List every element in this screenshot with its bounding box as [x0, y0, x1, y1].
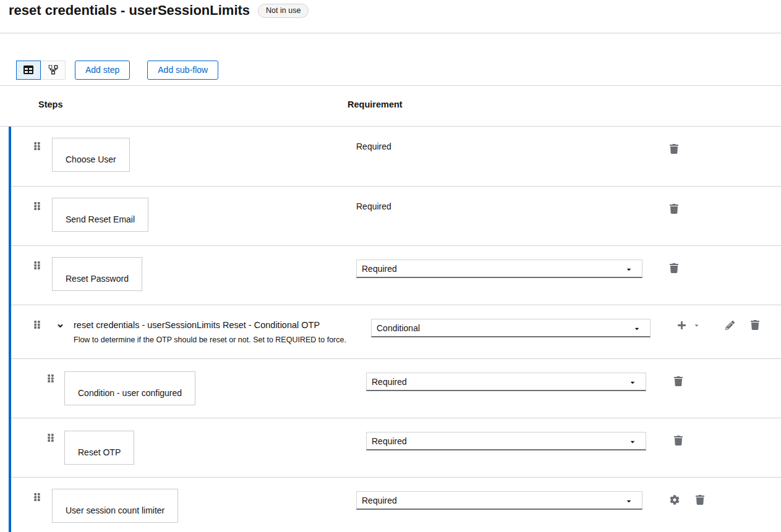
row-actions — [670, 144, 678, 154]
requirement-select[interactable]: Required — [366, 432, 646, 450]
caret-down-icon — [634, 326, 640, 332]
requirement-select[interactable]: Required — [356, 491, 642, 510]
pencil-icon — [725, 323, 735, 332]
requirement-select[interactable]: Conditional — [371, 319, 651, 337]
subflow-title: reset credentials - userSessionLimits Re… — [74, 320, 346, 330]
step-name-box: User session count limiter — [52, 489, 178, 523]
delete-button[interactable] — [674, 436, 683, 445]
step-name: Condition - user configured — [78, 388, 182, 398]
requirement-value: Required — [356, 201, 391, 211]
add-button[interactable] — [677, 321, 686, 330]
requirement-select-value: Required — [362, 496, 397, 505]
delete-button[interactable] — [670, 263, 678, 273]
caret-down-icon — [629, 379, 636, 386]
requirement-select[interactable]: Required — [366, 373, 646, 391]
diagram-icon — [48, 65, 58, 75]
row-actions — [670, 263, 678, 273]
drag-handle[interactable] — [34, 492, 40, 502]
steps-column-header: Steps — [38, 99, 63, 109]
flow-row: Send Reset Email Required — [11, 186, 781, 245]
chevron-down-icon — [56, 323, 64, 332]
delete-button[interactable] — [696, 495, 704, 505]
requirement-select-value: Required — [372, 436, 407, 446]
subflow-text: reset credentials - userSessionLimits Re… — [74, 320, 346, 344]
requirement-column-header: Requirement — [348, 99, 403, 109]
flow-row: Choose User Required — [11, 127, 781, 186]
requirement-select-value: Required — [372, 377, 407, 387]
table-icon — [23, 65, 33, 75]
flow-row: Reset Password Required — [11, 245, 781, 305]
flow-details-page: reset credentials - userSessionLimits No… — [0, 0, 781, 532]
row-actions — [674, 376, 683, 386]
trash-icon — [674, 379, 683, 388]
drag-handle[interactable] — [34, 261, 40, 270]
add-subflow-button[interactable]: Add sub-flow — [147, 61, 218, 80]
collapse-toggle[interactable] — [56, 322, 64, 330]
step-name: Reset Password — [66, 274, 129, 284]
table-view-toggle[interactable] — [16, 61, 41, 80]
drag-handle[interactable] — [48, 433, 54, 442]
trash-icon — [670, 266, 678, 275]
settings-button[interactable] — [670, 495, 680, 505]
not-in-use-badge: Not in use — [258, 4, 309, 18]
row-actions — [677, 320, 759, 330]
flow-row: Condition - user configured Required — [11, 358, 781, 418]
flow-row: User session count limiter Required — [11, 477, 781, 532]
step-name-box: Choose User — [52, 138, 130, 172]
trash-icon — [670, 146, 678, 156]
table-header: Steps Requirement — [0, 86, 781, 126]
flow-table-body: Choose User Required Send Reset Email Re… — [9, 127, 781, 532]
caret-down-icon — [626, 498, 632, 504]
row-actions — [670, 204, 678, 214]
add-step-button[interactable]: Add step — [75, 61, 130, 80]
step-name: Choose User — [66, 154, 116, 164]
gear-icon — [670, 497, 680, 507]
page-header: reset credentials - userSessionLimits No… — [0, 0, 781, 33]
trash-icon — [751, 323, 759, 332]
delete-button[interactable] — [670, 204, 678, 214]
plus-icon — [677, 323, 686, 332]
caret-down-icon — [629, 439, 636, 445]
delete-button[interactable] — [751, 320, 759, 330]
view-toggle-group — [16, 61, 66, 80]
flow-row: reset credentials - userSessionLimits Re… — [11, 305, 781, 358]
toolbar: Add step Add sub-flow — [0, 33, 781, 86]
requirement-select-value: Required — [362, 264, 397, 274]
delete-button[interactable] — [674, 376, 683, 386]
caret-down-icon — [694, 321, 699, 330]
add-options-button[interactable] — [694, 323, 699, 328]
edit-button[interactable] — [725, 321, 735, 330]
step-name-box: Reset Password — [52, 257, 142, 291]
add-split-button — [677, 321, 699, 330]
requirement-select[interactable]: Required — [356, 260, 642, 278]
drag-handle[interactable] — [34, 201, 40, 211]
drag-handle[interactable] — [34, 320, 40, 329]
step-name: User session count limiter — [66, 505, 164, 515]
trash-icon — [670, 206, 678, 216]
drag-handle[interactable] — [48, 374, 54, 383]
caret-down-icon — [626, 266, 632, 272]
step-name-box: Condition - user configured — [64, 371, 195, 405]
row-actions — [670, 495, 704, 505]
step-name: Reset OTP — [78, 447, 121, 457]
row-actions — [674, 436, 683, 445]
requirement-select-value: Conditional — [377, 323, 420, 333]
trash-icon — [696, 497, 704, 507]
diagram-view-toggle[interactable] — [41, 61, 66, 80]
requirement-value: Required — [356, 141, 391, 151]
flow-row: Reset OTP Required — [11, 418, 781, 477]
flow-table: Choose User Required Send Reset Email Re… — [0, 126, 781, 532]
trash-icon — [674, 438, 683, 447]
subflow-description: Flow to determine if the OTP should be r… — [74, 336, 346, 344]
step-name: Send Reset Email — [66, 214, 135, 224]
step-name-box: Reset OTP — [64, 431, 134, 465]
step-name-box: Send Reset Email — [52, 198, 148, 232]
drag-handle[interactable] — [34, 141, 40, 151]
page-title: reset credentials - userSessionLimits — [9, 2, 250, 19]
delete-button[interactable] — [670, 144, 678, 154]
